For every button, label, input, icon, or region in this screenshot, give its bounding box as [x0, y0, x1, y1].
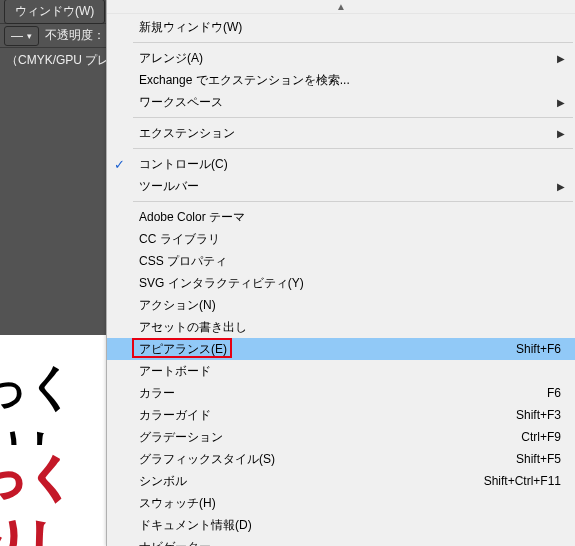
menu-item[interactable]: シンボルShift+Ctrl+F11: [131, 470, 575, 492]
menu-item-label: コントロール(C): [139, 156, 565, 173]
menu-separator: [133, 42, 573, 43]
menu-item-label: ワークスペース: [139, 94, 557, 111]
menu-item[interactable]: アピアランス(E)Shift+F6: [131, 338, 575, 360]
menu-item[interactable]: アレンジ(A)▶: [131, 47, 575, 69]
menu-item-label: Exchange でエクステンションを検索...: [139, 72, 565, 89]
menu-item-label: SVG インタラクティビティ(Y): [139, 275, 565, 292]
menu-item-label: アレンジ(A): [139, 50, 557, 67]
window-menu-dropdown: ▲ 新規ウィンドウ(W)アレンジ(A)▶Exchange でエクステンションを検…: [106, 0, 575, 546]
menu-item[interactable]: グラデーションCtrl+F9: [131, 426, 575, 448]
dropdown-generic[interactable]: — ▾: [4, 26, 39, 46]
submenu-arrow-icon: ▶: [557, 181, 565, 192]
menu-item[interactable]: CC ライブラリ: [131, 228, 575, 250]
menu-item-label: アクション(N): [139, 297, 565, 314]
chevron-down-icon: ▾: [27, 31, 32, 41]
menu-item-label: CC ライブラリ: [139, 231, 565, 248]
menu-item-label: ナビゲーター: [139, 539, 565, 547]
menu-item-shortcut: Shift+F5: [516, 452, 565, 466]
menu-item[interactable]: ドキュメント情報(D): [131, 514, 575, 536]
menu-item-label: シンボル: [139, 473, 484, 490]
menu-item-label: カラーガイド: [139, 407, 516, 424]
menu-item-shortcut: Shift+Ctrl+F11: [484, 474, 565, 488]
menu-item-shortcut: F6: [547, 386, 565, 400]
menu-separator: [133, 148, 573, 149]
menu-separator: [133, 117, 573, 118]
menu-item-label: ドキュメント情報(D): [139, 517, 565, 534]
scroll-up-arrow[interactable]: ▲: [107, 0, 575, 14]
menu-item[interactable]: CSS プロパティ: [131, 250, 575, 272]
check-gutter: [107, 14, 131, 546]
menu-item[interactable]: ✓コントロール(C): [131, 153, 575, 175]
menu-item-label: グラフィックスタイル(S): [139, 451, 516, 468]
menu-item-label: Adobe Color テーマ: [139, 209, 565, 226]
menu-item[interactable]: グラフィックスタイル(S)Shift+F5: [131, 448, 575, 470]
menu-item[interactable]: SVG インタラクティビティ(Y): [131, 272, 575, 294]
artwork-text-red: っくりし: [0, 445, 115, 546]
menu-item[interactable]: カラーガイドShift+F3: [131, 404, 575, 426]
menu-item-label: アートボード: [139, 363, 565, 380]
menu-item[interactable]: アートボード: [131, 360, 575, 382]
menu-item-shortcut: Shift+F6: [516, 342, 565, 356]
menu-item[interactable]: カラーF6: [131, 382, 575, 404]
menu-item-label: エクステンション: [139, 125, 557, 142]
menu-item[interactable]: Exchange でエクステンションを検索...: [131, 69, 575, 91]
menu-item-label: アセットの書き出し: [139, 319, 565, 336]
menu-item[interactable]: ナビゲーター: [131, 536, 575, 546]
menu-item[interactable]: 新規ウィンドウ(W): [131, 16, 575, 38]
dropdown-value: —: [11, 29, 23, 43]
menu-item[interactable]: Adobe Color テーマ: [131, 206, 575, 228]
menu-items-container: 新規ウィンドウ(W)アレンジ(A)▶Exchange でエクステンションを検索.…: [131, 14, 575, 546]
submenu-arrow-icon: ▶: [557, 97, 565, 108]
menu-item[interactable]: エクステンション▶: [131, 122, 575, 144]
menu-item[interactable]: アクション(N): [131, 294, 575, 316]
menu-item[interactable]: ワークスペース▶: [131, 91, 575, 113]
menu-item[interactable]: アセットの書き出し: [131, 316, 575, 338]
menu-item-label: カラー: [139, 385, 547, 402]
menu-item-label: CSS プロパティ: [139, 253, 565, 270]
menu-item-shortcut: Ctrl+F9: [521, 430, 565, 444]
menu-item-label: グラデーション: [139, 429, 521, 446]
menu-window[interactable]: ウィンドウ(W): [4, 0, 105, 24]
menu-item-label: スウォッチ(H): [139, 495, 565, 512]
menu-item-label: ツールバー: [139, 178, 557, 195]
menu-item-label: アピアランス(E): [139, 341, 516, 358]
canvas-area: っくりし っくりし: [0, 335, 115, 546]
menu-item[interactable]: スウォッチ(H): [131, 492, 575, 514]
menu-item-shortcut: Shift+F3: [516, 408, 565, 422]
submenu-arrow-icon: ▶: [557, 53, 565, 64]
check-icon: ✓: [111, 157, 127, 172]
opacity-label: 不透明度：: [45, 27, 105, 44]
menu-separator: [133, 201, 573, 202]
submenu-arrow-icon: ▶: [557, 128, 565, 139]
menu-item[interactable]: ツールバー▶: [131, 175, 575, 197]
menu-item-label: 新規ウィンドウ(W): [139, 19, 565, 36]
